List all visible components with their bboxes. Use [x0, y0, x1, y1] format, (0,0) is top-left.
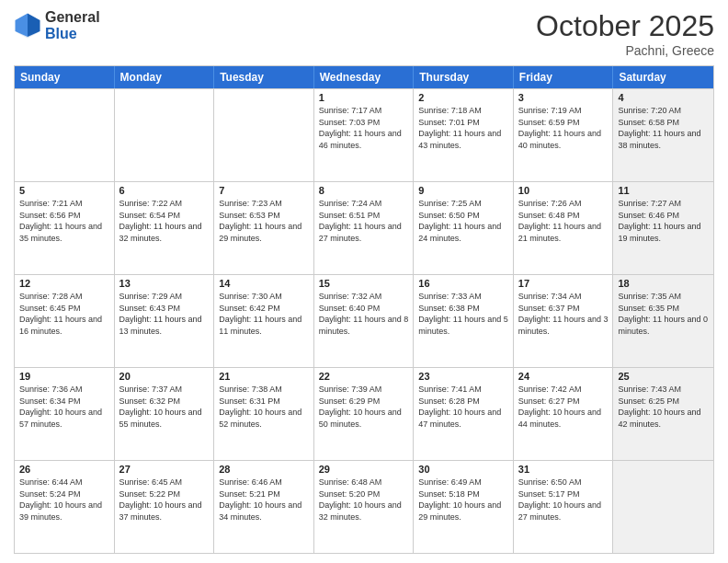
calendar-row-4: 19Sunrise: 7:36 AM Sunset: 6:34 PM Dayli… — [15, 367, 713, 460]
cell-info: Sunrise: 7:32 AM Sunset: 6:40 PM Dayligh… — [319, 291, 409, 337]
calendar-row-1: 1Sunrise: 7:17 AM Sunset: 7:03 PM Daylig… — [15, 88, 713, 181]
day-number: 13 — [119, 278, 210, 289]
day-number: 10 — [518, 185, 609, 196]
calendar-cell: 11Sunrise: 7:27 AM Sunset: 6:46 PM Dayli… — [613, 182, 713, 274]
calendar-cell: 7Sunrise: 7:23 AM Sunset: 6:53 PM Daylig… — [214, 182, 314, 274]
calendar-body: 1Sunrise: 7:17 AM Sunset: 7:03 PM Daylig… — [15, 88, 713, 553]
day-number: 2 — [418, 92, 508, 103]
calendar-cell: 30Sunrise: 6:49 AM Sunset: 5:18 PM Dayli… — [414, 461, 514, 553]
cell-info: Sunrise: 6:50 AM Sunset: 5:17 PM Dayligh… — [518, 477, 609, 523]
day-number: 9 — [418, 185, 508, 196]
day-header-saturday: Saturday — [613, 66, 713, 88]
cell-info: Sunrise: 7:24 AM Sunset: 6:51 PM Dayligh… — [319, 198, 409, 244]
day-number: 24 — [518, 371, 609, 382]
day-number: 26 — [19, 464, 109, 475]
day-number: 30 — [418, 464, 508, 475]
day-header-friday: Friday — [514, 66, 614, 88]
day-header-tuesday: Tuesday — [214, 66, 314, 88]
cell-info: Sunrise: 7:33 AM Sunset: 6:38 PM Dayligh… — [418, 291, 508, 337]
svg-marker-1 — [28, 13, 40, 37]
cell-info: Sunrise: 7:43 AM Sunset: 6:25 PM Dayligh… — [618, 384, 709, 430]
calendar-cell — [15, 89, 115, 181]
calendar-row-5: 26Sunrise: 6:44 AM Sunset: 5:24 PM Dayli… — [15, 460, 713, 553]
calendar-cell: 18Sunrise: 7:35 AM Sunset: 6:35 PM Dayli… — [613, 275, 713, 367]
calendar-header: SundayMondayTuesdayWednesdayThursdayFrid… — [15, 66, 713, 88]
cell-info: Sunrise: 7:35 AM Sunset: 6:35 PM Dayligh… — [618, 291, 709, 337]
logo: General Blue — [14, 9, 100, 41]
cell-info: Sunrise: 7:19 AM Sunset: 6:59 PM Dayligh… — [518, 105, 609, 151]
calendar: SundayMondayTuesdayWednesdayThursdayFrid… — [14, 65, 714, 554]
title-block: October 2025 Pachni, Greece — [536, 9, 714, 58]
day-number: 7 — [219, 185, 309, 196]
day-number: 1 — [319, 92, 409, 103]
calendar-cell: 27Sunrise: 6:45 AM Sunset: 5:22 PM Dayli… — [115, 461, 215, 553]
day-number: 8 — [319, 185, 409, 196]
logo-general-text: General — [45, 9, 100, 26]
day-number: 17 — [518, 278, 609, 289]
calendar-cell: 1Sunrise: 7:17 AM Sunset: 7:03 PM Daylig… — [314, 89, 415, 181]
calendar-row-3: 12Sunrise: 7:28 AM Sunset: 6:45 PM Dayli… — [15, 274, 713, 367]
calendar-cell: 4Sunrise: 7:20 AM Sunset: 6:58 PM Daylig… — [613, 89, 713, 181]
calendar-cell: 21Sunrise: 7:38 AM Sunset: 6:31 PM Dayli… — [214, 368, 314, 460]
calendar-page: General Blue October 2025 Pachni, Greece… — [0, 0, 728, 563]
calendar-cell — [613, 461, 713, 553]
calendar-cell: 3Sunrise: 7:19 AM Sunset: 6:59 PM Daylig… — [514, 89, 614, 181]
calendar-cell: 5Sunrise: 7:21 AM Sunset: 6:56 PM Daylig… — [15, 182, 115, 274]
cell-info: Sunrise: 7:34 AM Sunset: 6:37 PM Dayligh… — [518, 291, 609, 337]
calendar-cell: 16Sunrise: 7:33 AM Sunset: 6:38 PM Dayli… — [414, 275, 514, 367]
day-number: 28 — [219, 464, 309, 475]
calendar-cell: 28Sunrise: 6:46 AM Sunset: 5:21 PM Dayli… — [214, 461, 314, 553]
calendar-cell: 23Sunrise: 7:41 AM Sunset: 6:28 PM Dayli… — [414, 368, 514, 460]
svg-marker-2 — [16, 13, 28, 37]
day-number: 11 — [618, 185, 709, 196]
calendar-cell: 19Sunrise: 7:36 AM Sunset: 6:34 PM Dayli… — [15, 368, 115, 460]
calendar-cell: 20Sunrise: 7:37 AM Sunset: 6:32 PM Dayli… — [115, 368, 215, 460]
calendar-cell: 2Sunrise: 7:18 AM Sunset: 7:01 PM Daylig… — [414, 89, 514, 181]
cell-info: Sunrise: 7:37 AM Sunset: 6:32 PM Dayligh… — [119, 384, 210, 430]
calendar-cell: 6Sunrise: 7:22 AM Sunset: 6:54 PM Daylig… — [115, 182, 215, 274]
cell-info: Sunrise: 6:45 AM Sunset: 5:22 PM Dayligh… — [119, 477, 210, 523]
cell-info: Sunrise: 7:41 AM Sunset: 6:28 PM Dayligh… — [418, 384, 508, 430]
cell-info: Sunrise: 6:49 AM Sunset: 5:18 PM Dayligh… — [418, 477, 508, 523]
calendar-row-2: 5Sunrise: 7:21 AM Sunset: 6:56 PM Daylig… — [15, 181, 713, 274]
calendar-cell: 31Sunrise: 6:50 AM Sunset: 5:17 PM Dayli… — [514, 461, 614, 553]
calendar-cell: 26Sunrise: 6:44 AM Sunset: 5:24 PM Dayli… — [15, 461, 115, 553]
cell-info: Sunrise: 7:39 AM Sunset: 6:29 PM Dayligh… — [319, 384, 409, 430]
day-number: 20 — [119, 371, 210, 382]
day-number: 22 — [319, 371, 409, 382]
calendar-cell: 15Sunrise: 7:32 AM Sunset: 6:40 PM Dayli… — [314, 275, 415, 367]
day-header-monday: Monday — [115, 66, 215, 88]
logo-icon — [14, 12, 41, 40]
day-number: 18 — [618, 278, 709, 289]
day-number: 3 — [518, 92, 609, 103]
day-number: 19 — [19, 371, 109, 382]
day-number: 5 — [19, 185, 109, 196]
cell-info: Sunrise: 7:22 AM Sunset: 6:54 PM Dayligh… — [119, 198, 210, 244]
day-number: 14 — [219, 278, 309, 289]
calendar-cell: 10Sunrise: 7:26 AM Sunset: 6:48 PM Dayli… — [514, 182, 614, 274]
cell-info: Sunrise: 7:26 AM Sunset: 6:48 PM Dayligh… — [518, 198, 609, 244]
day-number: 21 — [219, 371, 309, 382]
cell-info: Sunrise: 7:36 AM Sunset: 6:34 PM Dayligh… — [19, 384, 109, 430]
calendar-cell: 14Sunrise: 7:30 AM Sunset: 6:42 PM Dayli… — [214, 275, 314, 367]
calendar-cell: 9Sunrise: 7:25 AM Sunset: 6:50 PM Daylig… — [414, 182, 514, 274]
day-header-sunday: Sunday — [15, 66, 115, 88]
calendar-cell: 17Sunrise: 7:34 AM Sunset: 6:37 PM Dayli… — [514, 275, 614, 367]
cell-info: Sunrise: 7:38 AM Sunset: 6:31 PM Dayligh… — [219, 384, 309, 430]
cell-info: Sunrise: 7:21 AM Sunset: 6:56 PM Dayligh… — [19, 198, 109, 244]
cell-info: Sunrise: 7:30 AM Sunset: 6:42 PM Dayligh… — [219, 291, 309, 337]
calendar-cell — [115, 89, 215, 181]
cell-info: Sunrise: 7:18 AM Sunset: 7:01 PM Dayligh… — [418, 105, 508, 151]
calendar-cell: 29Sunrise: 6:48 AM Sunset: 5:20 PM Dayli… — [314, 461, 415, 553]
day-number: 12 — [19, 278, 109, 289]
location: Pachni, Greece — [536, 43, 714, 58]
cell-info: Sunrise: 7:17 AM Sunset: 7:03 PM Dayligh… — [319, 105, 409, 151]
header: General Blue October 2025 Pachni, Greece — [14, 9, 714, 58]
cell-info: Sunrise: 7:42 AM Sunset: 6:27 PM Dayligh… — [518, 384, 609, 430]
month-title: October 2025 — [536, 9, 714, 43]
calendar-cell — [214, 89, 314, 181]
calendar-cell: 22Sunrise: 7:39 AM Sunset: 6:29 PM Dayli… — [314, 368, 415, 460]
day-number: 25 — [618, 371, 709, 382]
day-number: 4 — [618, 92, 709, 103]
cell-info: Sunrise: 6:48 AM Sunset: 5:20 PM Dayligh… — [319, 477, 409, 523]
